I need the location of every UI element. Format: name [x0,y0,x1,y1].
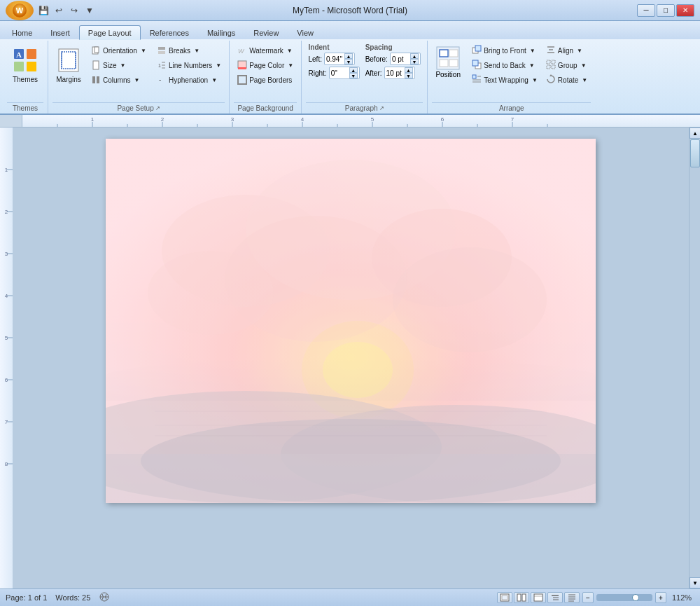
indent-left-input[interactable]: 0.94" ▲ ▼ [324,53,355,65]
tab-home[interactable]: Home [3,25,41,39]
minimize-button[interactable]: ─ [637,4,655,17]
page-background-content: W Watermark ▼ Page Color ▼ Page B [234,42,297,102]
margins-button[interactable]: Margins [52,43,85,94]
position-button[interactable]: Position [432,43,464,81]
spacing-after-input[interactable]: 10 pt ▲ ▼ [384,67,415,79]
tab-page-layout[interactable]: Page Layout [79,25,141,40]
print-layout-btn[interactable] [497,592,512,603]
paragraph-expand[interactable]: ↗ [379,105,384,111]
group-button[interactable]: Group ▼ [542,58,591,72]
indent-left-up[interactable]: ▲ [344,53,353,59]
language-icon[interactable] [99,592,110,603]
page-color-button[interactable]: Page Color ▼ [234,58,297,72]
page-info: Page: 1 of 1 [6,593,47,602]
spacing-before-spin[interactable]: ▲ ▼ [410,53,419,64]
line-numbers-icon: 1 [157,60,167,70]
svg-rect-16 [158,47,165,50]
view-buttons [497,592,580,603]
ruler-corner [0,115,22,128]
spacing-after-spin[interactable]: ▲ ▼ [405,67,413,78]
redo-button[interactable]: ↪ [67,4,81,18]
spacing-after-down[interactable]: ▼ [405,73,413,78]
margins-label: Margins [56,76,81,83]
spacing-label: Spacing [365,43,421,51]
office-button[interactable]: W [6,1,34,20]
svg-rect-109 [534,594,542,601]
group-icon [546,60,556,71]
tab-mailings[interactable]: Mailings [198,25,244,39]
indent-right-row: Right: 0" ▲ ▼ [309,67,360,79]
scroll-thumb[interactable] [690,139,700,167]
text-wrapping-button[interactable]: Text Wrapping ▼ [468,73,541,87]
tab-insert[interactable]: Insert [41,25,79,39]
columns-arrow: ▼ [134,77,139,83]
themes-button[interactable]: A Themes [7,43,43,94]
zoom-in-button[interactable]: + [655,592,666,603]
rotate-button[interactable]: Rotate ▼ [542,73,591,87]
indent-right-input[interactable]: 0" ▲ ▼ [329,67,360,79]
scroll-up-button[interactable]: ▲ [690,128,700,139]
page-borders-button[interactable]: Page Borders [234,73,297,87]
watermark-button[interactable]: W Watermark ▼ [234,43,297,57]
themes-label: Themes [13,76,38,83]
zoom-out-button[interactable]: − [582,592,594,603]
bring-to-front-button[interactable]: Bring to Front ▼ [468,43,541,57]
page-background-group: W Watermark ▼ Page Color ▼ Page B [230,41,302,113]
undo-button[interactable]: ↩ [52,4,66,18]
spacing-before-down[interactable]: ▼ [410,59,419,64]
orientation-button[interactable]: Orientation ▼ [88,43,150,57]
indent-right-up[interactable]: ▲ [349,67,358,73]
full-screen-btn[interactable] [514,592,529,603]
tab-view[interactable]: View [288,25,323,39]
watermark-icon: W [237,46,247,55]
document-area[interactable] [13,128,689,588]
send-to-back-button[interactable]: Send to Back ▼ [468,58,541,72]
outline-btn[interactable] [547,592,563,603]
columns-label: Columns [103,76,130,84]
page-borders-label: Page Borders [249,76,292,84]
page-background-group-label: Page Background [234,102,297,113]
page-setup-group: Margins Orientation ▼ Size ▼ [48,41,230,113]
svg-text:8: 8 [5,461,8,467]
themes-group: A Themes Themes [3,41,48,113]
status-bar: Page: 1 of 1 Words: 25 − [0,588,700,606]
rotate-arrow: ▼ [582,77,587,83]
align-button[interactable]: Align ▼ [542,43,591,57]
page-setup-expand[interactable]: ↗ [155,105,160,111]
columns-button[interactable]: Columns ▼ [88,73,150,87]
paragraph-group: Indent Left: 0.94" ▲ ▼ Right: [302,41,428,113]
breaks-button[interactable]: Breaks ▼ [153,43,225,57]
web-layout-btn[interactable] [531,592,546,603]
indent-left-down[interactable]: ▼ [344,59,353,64]
size-button[interactable]: Size ▼ [88,58,150,72]
scroll-track[interactable] [690,139,700,577]
svg-rect-35 [472,60,478,66]
spacing-before-value: 0 pt [392,55,404,63]
indent-right-spin[interactable]: ▲ ▼ [349,67,358,78]
indent-right-down[interactable]: ▼ [349,73,358,78]
draft-btn[interactable] [564,592,580,603]
maximize-button[interactable]: □ [657,4,675,17]
line-numbers-button[interactable]: 1 Line Numbers ▼ [153,58,225,72]
spacing-before-up[interactable]: ▲ [410,53,419,59]
svg-text:2: 2 [5,209,8,215]
tab-references[interactable]: References [141,25,198,39]
svg-rect-12 [94,47,99,53]
close-button[interactable]: ✕ [676,4,694,17]
svg-text:W: W [16,6,24,15]
tab-review[interactable]: Review [244,25,288,39]
document-page[interactable] [106,139,596,503]
zoom-slider[interactable] [596,594,652,601]
indent-left-row: Left: 0.94" ▲ ▼ [309,53,360,65]
hyphenation-button[interactable]: - Hyphenation ▼ [153,73,225,87]
indent-right-value: 0" [331,69,337,77]
scroll-down-button[interactable]: ▼ [690,577,700,588]
rotate-icon [546,74,556,85]
svg-rect-29 [449,50,458,57]
save-button[interactable]: 💾 [36,4,50,18]
indent-left-spin[interactable]: ▲ ▼ [344,53,353,64]
quick-access-dropdown[interactable]: ▼ [83,4,97,18]
spacing-before-input[interactable]: 0 pt ▲ ▼ [390,53,421,65]
spacing-after-up[interactable]: ▲ [405,67,413,73]
vertical-scrollbar[interactable]: ▲ ▼ [689,128,700,588]
